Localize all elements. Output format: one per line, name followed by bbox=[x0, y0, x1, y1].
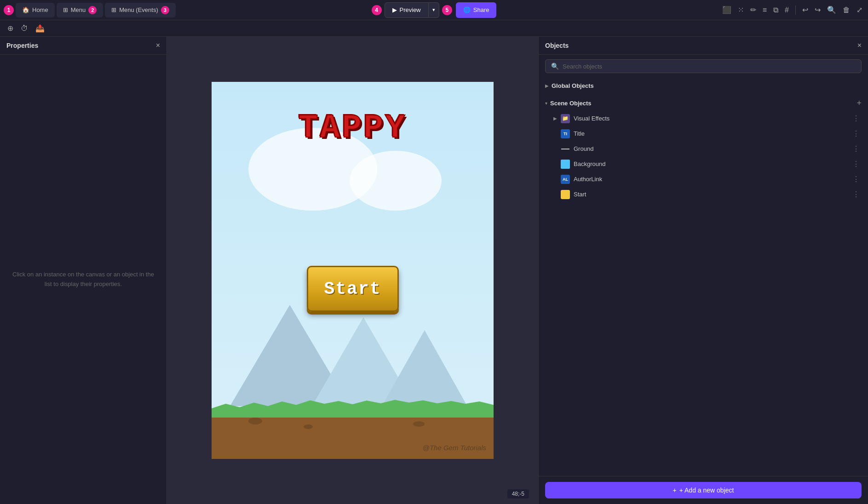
item-menu-authorlink[interactable]: ⋮ bbox=[851, 174, 862, 184]
game-title: TAPPY bbox=[298, 109, 407, 147]
expand-button[interactable]: ⤢ bbox=[855, 4, 864, 16]
game-canvas: TAPPY Start @The Gem Tutorials bbox=[212, 82, 494, 459]
item-label-ground: Ground bbox=[574, 145, 847, 152]
add-object-bar: + + Add a new object bbox=[539, 476, 868, 504]
menu-icon: ⊞ bbox=[63, 6, 68, 13]
play-icon: ▶ bbox=[392, 6, 397, 13]
badge-1: 1 bbox=[4, 5, 14, 15]
divider-1 bbox=[795, 6, 796, 15]
history-icon[interactable]: ⏱ bbox=[19, 23, 30, 34]
start-icon bbox=[561, 190, 570, 199]
chevron-right-icon: ▶ bbox=[553, 116, 557, 121]
scene-item-title[interactable]: TI Title ⋮ bbox=[539, 126, 868, 141]
ground-dirt bbox=[212, 418, 494, 459]
background-icon bbox=[561, 160, 570, 169]
start-button[interactable]: Start bbox=[307, 266, 399, 312]
item-label-visual-effects: Visual Effects bbox=[574, 115, 847, 122]
title-icon: TI bbox=[561, 129, 570, 138]
scene-objects-section: ▾ Scene Objects + ▶ 📁 Visual Effects ⋮ T… bbox=[539, 94, 868, 204]
properties-panel: Properties × Click on an instance on the… bbox=[0, 37, 167, 504]
delete-button[interactable]: 🗑 bbox=[841, 4, 852, 16]
ground-bump-1 bbox=[248, 418, 262, 424]
menu-badge: 2 bbox=[88, 6, 97, 14]
topbar: 1 🏠 Home ⊞ Menu 2 ⊞ Menu (Events) 3 4 ▶ … bbox=[0, 0, 868, 20]
item-menu-start[interactable]: ⋮ bbox=[851, 189, 862, 200]
tab-menu[interactable]: ⊞ Menu 2 bbox=[57, 3, 103, 17]
folder-icon: 📁 bbox=[561, 114, 570, 123]
scene-item-ground[interactable]: — Ground ⋮ bbox=[539, 141, 868, 156]
watermark: @The Gem Tutorials bbox=[423, 444, 486, 452]
preview-button[interactable]: ▶ Preview bbox=[385, 2, 429, 18]
search-input[interactable] bbox=[563, 63, 856, 70]
canvas-area[interactable]: TAPPY Start @The Gem Tutorials 48;-5 bbox=[167, 37, 538, 504]
undo-button[interactable]: ↩ bbox=[800, 4, 810, 16]
home-icon: 🏠 bbox=[22, 6, 29, 13]
globe-icon: 🌐 bbox=[463, 6, 471, 13]
item-label-authorlink: AuthorLink bbox=[574, 176, 847, 183]
preview-dropdown[interactable]: ▾ bbox=[429, 2, 439, 18]
topbar-center: 4 ▶ Preview ▾ 5 🌐 Share bbox=[372, 2, 497, 18]
add-scene-object-btn[interactable]: + bbox=[857, 98, 862, 108]
item-label-start: Start bbox=[574, 191, 847, 198]
global-objects-header[interactable]: ▶ Global Objects bbox=[539, 80, 868, 92]
tab-home[interactable]: 🏠 Home bbox=[16, 3, 55, 17]
search-icon: 🔍 bbox=[551, 63, 559, 70]
item-label-title: Title bbox=[574, 130, 847, 137]
scene-objects-label: Scene Objects bbox=[550, 100, 592, 107]
item-menu-background[interactable]: ⋮ bbox=[851, 159, 862, 169]
topbar-left: 1 🏠 Home ⊞ Menu 2 ⊞ Menu (Events) 3 bbox=[4, 3, 176, 17]
zoom-button[interactable]: 🔍 bbox=[825, 4, 838, 16]
save-group-icon[interactable]: ⊕ bbox=[6, 22, 15, 34]
topbar-right: ⬛ ⁙ ✏ ≡ ⧉ # ↩ ↪ 🔍 🗑 ⤢ bbox=[720, 4, 864, 16]
item-menu-visual-effects[interactable]: ⋮ bbox=[851, 113, 862, 124]
export-icon[interactable]: 📤 bbox=[34, 22, 46, 34]
global-chevron-right: ▶ bbox=[545, 83, 549, 88]
scene-chevron-down: ▾ bbox=[545, 101, 547, 106]
tab-menu-events[interactable]: ⊞ Menu (Events) 3 bbox=[105, 3, 176, 17]
menu-events-badge: 3 bbox=[161, 6, 169, 14]
scene-item-authorlink[interactable]: AL AuthorLink ⋮ bbox=[539, 172, 868, 187]
cube-tool[interactable]: ⬛ bbox=[720, 4, 733, 16]
ground-bump-3 bbox=[413, 421, 425, 427]
item-label-background: Background bbox=[574, 160, 847, 167]
layers-tool[interactable]: ⧉ bbox=[771, 4, 780, 16]
properties-close[interactable]: × bbox=[156, 41, 160, 50]
scene-objects-header[interactable]: ▾ Scene Objects + bbox=[539, 96, 868, 111]
add-new-object-button[interactable]: + + Add a new object bbox=[545, 482, 862, 498]
scene-item-background[interactable]: Background ⋮ bbox=[539, 156, 868, 172]
global-objects-section: ▶ Global Objects bbox=[539, 78, 868, 94]
badge-4: 4 bbox=[372, 5, 382, 15]
share-button[interactable]: 🌐 Share bbox=[456, 2, 497, 18]
objects-title: Objects bbox=[545, 42, 569, 49]
properties-title: Properties bbox=[6, 42, 38, 49]
list-tool[interactable]: ≡ bbox=[761, 4, 769, 16]
main-area: Properties × Click on an instance on the… bbox=[0, 37, 868, 504]
edit-tool[interactable]: ✏ bbox=[748, 4, 758, 16]
ground-bump-2 bbox=[304, 424, 313, 429]
item-menu-ground[interactable]: ⋮ bbox=[851, 143, 862, 154]
chevron-down-icon: ▾ bbox=[432, 7, 435, 13]
search-box: 🔍 bbox=[545, 59, 862, 73]
cloud-2 bbox=[350, 151, 442, 211]
item-menu-title[interactable]: ⋮ bbox=[851, 128, 862, 139]
objects-close[interactable]: × bbox=[857, 41, 862, 50]
global-objects-label: Global Objects bbox=[552, 82, 594, 89]
objects-header: Objects × bbox=[539, 37, 868, 55]
objects-panel: Objects × 🔍 ▶ Global Objects ▾ Scene Obj… bbox=[538, 37, 868, 504]
grid-tool[interactable]: ⁙ bbox=[736, 4, 746, 16]
start-text: Start bbox=[324, 279, 381, 299]
redo-button[interactable]: ↪ bbox=[813, 4, 822, 16]
ground-icon: — bbox=[561, 144, 570, 154]
authorlink-icon: AL bbox=[561, 175, 570, 184]
properties-empty-message: Click on an instance on the canvas or an… bbox=[9, 270, 157, 289]
hash-tool[interactable]: # bbox=[783, 4, 791, 16]
mountain-3 bbox=[383, 330, 466, 404]
menu-events-icon: ⊞ bbox=[111, 6, 116, 13]
properties-header: Properties × bbox=[0, 37, 167, 55]
properties-empty-state: Click on an instance on the canvas or an… bbox=[0, 55, 167, 504]
scene-item-visual-effects[interactable]: ▶ 📁 Visual Effects ⋮ bbox=[539, 111, 868, 126]
scene-item-start[interactable]: Start ⋮ bbox=[539, 187, 868, 202]
coordinates-badge: 48;-5 bbox=[507, 489, 529, 498]
plus-icon: + bbox=[673, 487, 677, 494]
badge-5: 5 bbox=[442, 5, 452, 15]
